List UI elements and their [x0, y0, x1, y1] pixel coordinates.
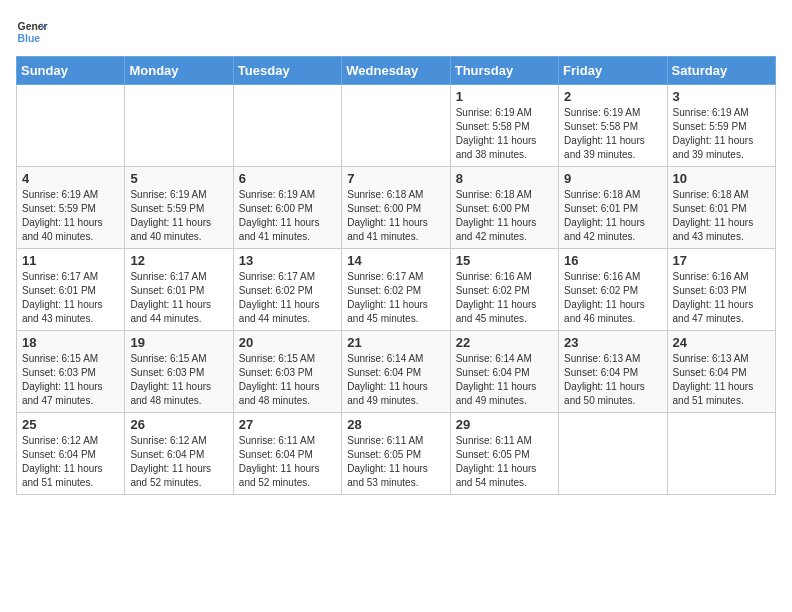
- day-info: Sunrise: 6:16 AMSunset: 6:02 PMDaylight:…: [456, 270, 553, 326]
- day-info: Sunrise: 6:14 AMSunset: 6:04 PMDaylight:…: [456, 352, 553, 408]
- calendar-cell: [667, 413, 775, 495]
- page-header: General Blue: [16, 16, 776, 48]
- day-info: Sunrise: 6:13 AMSunset: 6:04 PMDaylight:…: [673, 352, 770, 408]
- day-number: 13: [239, 253, 336, 268]
- day-number: 18: [22, 335, 119, 350]
- day-info: Sunrise: 6:18 AMSunset: 6:01 PMDaylight:…: [564, 188, 661, 244]
- calendar-cell: 2Sunrise: 6:19 AMSunset: 5:58 PMDaylight…: [559, 85, 667, 167]
- day-number: 29: [456, 417, 553, 432]
- calendar-cell: 9Sunrise: 6:18 AMSunset: 6:01 PMDaylight…: [559, 167, 667, 249]
- day-info: Sunrise: 6:12 AMSunset: 6:04 PMDaylight:…: [22, 434, 119, 490]
- day-info: Sunrise: 6:19 AMSunset: 6:00 PMDaylight:…: [239, 188, 336, 244]
- calendar-week-row: 11Sunrise: 6:17 AMSunset: 6:01 PMDayligh…: [17, 249, 776, 331]
- day-number: 14: [347, 253, 444, 268]
- day-info: Sunrise: 6:13 AMSunset: 6:04 PMDaylight:…: [564, 352, 661, 408]
- day-info: Sunrise: 6:19 AMSunset: 5:58 PMDaylight:…: [564, 106, 661, 162]
- logo-icon: General Blue: [16, 16, 48, 48]
- calendar-week-row: 1Sunrise: 6:19 AMSunset: 5:58 PMDaylight…: [17, 85, 776, 167]
- calendar-cell: 18Sunrise: 6:15 AMSunset: 6:03 PMDayligh…: [17, 331, 125, 413]
- calendar-cell: [342, 85, 450, 167]
- logo: General Blue: [16, 16, 48, 48]
- day-info: Sunrise: 6:17 AMSunset: 6:01 PMDaylight:…: [130, 270, 227, 326]
- day-number: 11: [22, 253, 119, 268]
- calendar-cell: 17Sunrise: 6:16 AMSunset: 6:03 PMDayligh…: [667, 249, 775, 331]
- calendar-body: 1Sunrise: 6:19 AMSunset: 5:58 PMDaylight…: [17, 85, 776, 495]
- calendar-cell: 14Sunrise: 6:17 AMSunset: 6:02 PMDayligh…: [342, 249, 450, 331]
- day-number: 9: [564, 171, 661, 186]
- day-number: 23: [564, 335, 661, 350]
- calendar-cell: 19Sunrise: 6:15 AMSunset: 6:03 PMDayligh…: [125, 331, 233, 413]
- day-info: Sunrise: 6:15 AMSunset: 6:03 PMDaylight:…: [239, 352, 336, 408]
- day-info: Sunrise: 6:16 AMSunset: 6:02 PMDaylight:…: [564, 270, 661, 326]
- day-number: 12: [130, 253, 227, 268]
- day-number: 21: [347, 335, 444, 350]
- day-info: Sunrise: 6:17 AMSunset: 6:01 PMDaylight:…: [22, 270, 119, 326]
- day-of-week-header: Tuesday: [233, 57, 341, 85]
- calendar-cell: 21Sunrise: 6:14 AMSunset: 6:04 PMDayligh…: [342, 331, 450, 413]
- day-info: Sunrise: 6:12 AMSunset: 6:04 PMDaylight:…: [130, 434, 227, 490]
- day-number: 15: [456, 253, 553, 268]
- day-info: Sunrise: 6:18 AMSunset: 6:00 PMDaylight:…: [347, 188, 444, 244]
- day-number: 27: [239, 417, 336, 432]
- calendar-cell: [233, 85, 341, 167]
- day-info: Sunrise: 6:19 AMSunset: 5:59 PMDaylight:…: [22, 188, 119, 244]
- calendar-cell: 12Sunrise: 6:17 AMSunset: 6:01 PMDayligh…: [125, 249, 233, 331]
- day-info: Sunrise: 6:17 AMSunset: 6:02 PMDaylight:…: [347, 270, 444, 326]
- day-info: Sunrise: 6:16 AMSunset: 6:03 PMDaylight:…: [673, 270, 770, 326]
- day-number: 28: [347, 417, 444, 432]
- calendar-cell: [17, 85, 125, 167]
- day-number: 3: [673, 89, 770, 104]
- day-of-week-header: Friday: [559, 57, 667, 85]
- day-number: 6: [239, 171, 336, 186]
- calendar-cell: 22Sunrise: 6:14 AMSunset: 6:04 PMDayligh…: [450, 331, 558, 413]
- calendar-cell: 20Sunrise: 6:15 AMSunset: 6:03 PMDayligh…: [233, 331, 341, 413]
- day-info: Sunrise: 6:19 AMSunset: 5:59 PMDaylight:…: [130, 188, 227, 244]
- day-number: 19: [130, 335, 227, 350]
- day-number: 10: [673, 171, 770, 186]
- calendar-cell: 28Sunrise: 6:11 AMSunset: 6:05 PMDayligh…: [342, 413, 450, 495]
- calendar-cell: [125, 85, 233, 167]
- day-info: Sunrise: 6:15 AMSunset: 6:03 PMDaylight:…: [130, 352, 227, 408]
- day-of-week-header: Thursday: [450, 57, 558, 85]
- day-of-week-header: Saturday: [667, 57, 775, 85]
- day-info: Sunrise: 6:19 AMSunset: 5:59 PMDaylight:…: [673, 106, 770, 162]
- day-number: 24: [673, 335, 770, 350]
- day-info: Sunrise: 6:11 AMSunset: 6:05 PMDaylight:…: [347, 434, 444, 490]
- calendar-cell: 10Sunrise: 6:18 AMSunset: 6:01 PMDayligh…: [667, 167, 775, 249]
- day-number: 7: [347, 171, 444, 186]
- day-number: 1: [456, 89, 553, 104]
- calendar-cell: 29Sunrise: 6:11 AMSunset: 6:05 PMDayligh…: [450, 413, 558, 495]
- day-number: 20: [239, 335, 336, 350]
- calendar-week-row: 18Sunrise: 6:15 AMSunset: 6:03 PMDayligh…: [17, 331, 776, 413]
- calendar-cell: 27Sunrise: 6:11 AMSunset: 6:04 PMDayligh…: [233, 413, 341, 495]
- day-of-week-header: Sunday: [17, 57, 125, 85]
- day-info: Sunrise: 6:15 AMSunset: 6:03 PMDaylight:…: [22, 352, 119, 408]
- day-number: 22: [456, 335, 553, 350]
- calendar-cell: 7Sunrise: 6:18 AMSunset: 6:00 PMDaylight…: [342, 167, 450, 249]
- svg-text:Blue: Blue: [18, 33, 41, 44]
- day-info: Sunrise: 6:11 AMSunset: 6:04 PMDaylight:…: [239, 434, 336, 490]
- day-number: 4: [22, 171, 119, 186]
- calendar-cell: 15Sunrise: 6:16 AMSunset: 6:02 PMDayligh…: [450, 249, 558, 331]
- day-number: 2: [564, 89, 661, 104]
- calendar-cell: 4Sunrise: 6:19 AMSunset: 5:59 PMDaylight…: [17, 167, 125, 249]
- day-number: 8: [456, 171, 553, 186]
- calendar-cell: 25Sunrise: 6:12 AMSunset: 6:04 PMDayligh…: [17, 413, 125, 495]
- day-number: 26: [130, 417, 227, 432]
- calendar-cell: [559, 413, 667, 495]
- day-number: 17: [673, 253, 770, 268]
- calendar-cell: 11Sunrise: 6:17 AMSunset: 6:01 PMDayligh…: [17, 249, 125, 331]
- day-of-week-header: Monday: [125, 57, 233, 85]
- day-number: 16: [564, 253, 661, 268]
- day-info: Sunrise: 6:14 AMSunset: 6:04 PMDaylight:…: [347, 352, 444, 408]
- calendar-header-row: SundayMondayTuesdayWednesdayThursdayFrid…: [17, 57, 776, 85]
- calendar-table: SundayMondayTuesdayWednesdayThursdayFrid…: [16, 56, 776, 495]
- calendar-cell: 23Sunrise: 6:13 AMSunset: 6:04 PMDayligh…: [559, 331, 667, 413]
- day-info: Sunrise: 6:18 AMSunset: 6:01 PMDaylight:…: [673, 188, 770, 244]
- day-number: 25: [22, 417, 119, 432]
- day-info: Sunrise: 6:11 AMSunset: 6:05 PMDaylight:…: [456, 434, 553, 490]
- calendar-week-row: 25Sunrise: 6:12 AMSunset: 6:04 PMDayligh…: [17, 413, 776, 495]
- day-info: Sunrise: 6:19 AMSunset: 5:58 PMDaylight:…: [456, 106, 553, 162]
- day-number: 5: [130, 171, 227, 186]
- calendar-cell: 6Sunrise: 6:19 AMSunset: 6:00 PMDaylight…: [233, 167, 341, 249]
